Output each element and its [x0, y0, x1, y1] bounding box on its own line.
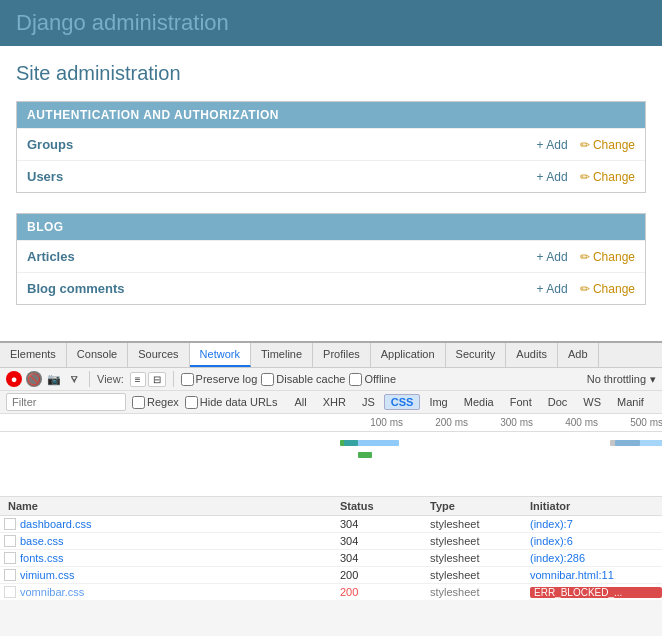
offline-label: Offline — [364, 373, 396, 385]
regex-input[interactable] — [132, 396, 145, 409]
admin-title: Django administration — [16, 10, 646, 36]
table-row[interactable]: fonts.css 304 stylesheet (index):286 — [0, 550, 662, 567]
ruler-200: 200 ms — [405, 417, 470, 428]
row-initiator-vimium: vomnibar.html:11 — [530, 569, 662, 581]
offline-checkbox[interactable]: Offline — [349, 373, 396, 386]
row-name-vomnibar: vomnibar.css — [0, 586, 340, 598]
groups-link[interactable]: Groups — [27, 137, 73, 152]
filter-media-btn[interactable]: Media — [457, 394, 501, 410]
blog-comments-link[interactable]: Blog comments — [27, 281, 125, 296]
regex-checkbox[interactable]: Regex — [132, 396, 179, 409]
filter-font-btn[interactable]: Font — [503, 394, 539, 410]
filter-css-btn[interactable]: CSS — [384, 394, 421, 410]
groups-actions: Add Change — [537, 138, 635, 152]
blog-comments-row: Blog comments Add Change — [17, 272, 645, 304]
users-add-link[interactable]: Add — [537, 170, 568, 184]
preserve-log-input[interactable] — [181, 373, 194, 386]
hide-data-checkbox[interactable]: Hide data URLs — [185, 396, 278, 409]
throttle-selector[interactable]: No throttling ▾ — [587, 373, 656, 386]
tab-console[interactable]: Console — [67, 343, 128, 367]
ruler-400: 400 ms — [535, 417, 600, 428]
camera-button[interactable]: 📷 — [46, 371, 62, 387]
tab-network[interactable]: Network — [190, 343, 251, 367]
tab-security[interactable]: Security — [446, 343, 507, 367]
disable-cache-input[interactable] — [261, 373, 274, 386]
table-header: Name Status Type Initiator — [0, 497, 662, 516]
row-status-vimium: 200 — [340, 569, 430, 581]
users-change-link[interactable]: Change — [580, 170, 635, 184]
articles-actions: Add Change — [537, 250, 635, 264]
stop-button[interactable]: 🚫 — [26, 371, 42, 387]
devtools-tabs: Elements Console Sources Network Timelin… — [0, 343, 662, 368]
view-split-btn[interactable]: ⊟ — [148, 372, 166, 387]
filter-js-btn[interactable]: JS — [355, 394, 382, 410]
groups-row: Groups Add Change — [17, 128, 645, 160]
blog-comments-add-link[interactable]: Add — [537, 282, 568, 296]
ruler-100: 100 ms — [340, 417, 405, 428]
file-icon-vimium — [4, 569, 16, 581]
table-row[interactable]: base.css 304 stylesheet (index):6 — [0, 533, 662, 550]
users-actions: Add Change — [537, 170, 635, 184]
filter-manif-btn[interactable]: Manif — [610, 394, 651, 410]
filter-img-btn[interactable]: Img — [422, 394, 454, 410]
waterfall-area — [0, 432, 662, 497]
tab-audits[interactable]: Audits — [506, 343, 558, 367]
blog-comments-change-link[interactable]: Change — [580, 282, 635, 296]
articles-add-link[interactable]: Add — [537, 250, 568, 264]
articles-change-link[interactable]: Change — [580, 250, 635, 264]
table-row[interactable]: vimium.css 200 stylesheet vomnibar.html:… — [0, 567, 662, 584]
blog-section-header: BLOG — [17, 214, 645, 240]
hide-data-input[interactable] — [185, 396, 198, 409]
preserve-log-label: Preserve log — [196, 373, 258, 385]
col-initiator: Initiator — [530, 500, 662, 512]
tab-timeline[interactable]: Timeline — [251, 343, 313, 367]
offline-input[interactable] — [349, 373, 362, 386]
view-list-btn[interactable]: ≡ — [130, 372, 146, 387]
row-initiator-dashboard: (index):7 — [530, 518, 662, 530]
filter-doc-btn[interactable]: Doc — [541, 394, 575, 410]
hide-data-label: Hide data URLs — [200, 396, 278, 408]
articles-link[interactable]: Articles — [27, 249, 75, 264]
groups-add-link[interactable]: Add — [537, 138, 568, 152]
tab-sources[interactable]: Sources — [128, 343, 189, 367]
record-button[interactable]: ● — [6, 371, 22, 387]
row-name-base: base.css — [0, 535, 340, 547]
view-label: View: — [97, 373, 124, 385]
row-type-dashboard: stylesheet — [430, 518, 530, 530]
row-type-base: stylesheet — [430, 535, 530, 547]
row-name-fonts: fonts.css — [0, 552, 340, 564]
filter-all-btn[interactable]: All — [287, 394, 313, 410]
waterfall-bars — [340, 432, 662, 496]
file-icon-fonts — [4, 552, 16, 564]
users-link[interactable]: Users — [27, 169, 63, 184]
table-row[interactable]: dashboard.css 304 stylesheet (index):7 — [0, 516, 662, 533]
col-name: Name — [0, 500, 340, 512]
file-icon-base — [4, 535, 16, 547]
toolbar-separator-2 — [173, 371, 174, 387]
tab-adb[interactable]: Adb — [558, 343, 599, 367]
tab-application[interactable]: Application — [371, 343, 446, 367]
row-status-fonts: 304 — [340, 552, 430, 564]
row-status-dashboard: 304 — [340, 518, 430, 530]
devtools-toolbar: ● 🚫 📷 ⛛ View: ≡ ⊟ Preserve log Disable c… — [0, 368, 662, 391]
row-type-vimium: stylesheet — [430, 569, 530, 581]
throttle-chevron-icon: ▾ — [650, 373, 656, 386]
filter-xhr-btn[interactable]: XHR — [316, 394, 353, 410]
tab-profiles[interactable]: Profiles — [313, 343, 371, 367]
tab-elements[interactable]: Elements — [0, 343, 67, 367]
view-selector: ≡ ⊟ — [130, 372, 166, 387]
row-initiator-fonts: (index):286 — [530, 552, 662, 564]
preserve-log-checkbox[interactable]: Preserve log — [181, 373, 258, 386]
groups-change-link[interactable]: Change — [580, 138, 635, 152]
filter-bar: Regex Hide data URLs All XHR JS CSS Img … — [0, 391, 662, 414]
devtools-panel: Elements Console Sources Network Timelin… — [0, 341, 662, 601]
blog-section: BLOG Articles Add Change Blog comments A… — [16, 213, 646, 305]
filter-input[interactable] — [6, 393, 126, 411]
network-table: Name Status Type Initiator dashboard.css… — [0, 497, 662, 601]
row-status-base: 304 — [340, 535, 430, 547]
admin-content: Site administration AUTHENTICATION AND A… — [0, 46, 662, 341]
filter-ws-btn[interactable]: WS — [576, 394, 608, 410]
filter-button[interactable]: ⛛ — [66, 371, 82, 387]
disable-cache-checkbox[interactable]: Disable cache — [261, 373, 345, 386]
table-row[interactable]: vomnibar.css 200 stylesheet ERR_BLOCKED_… — [0, 584, 662, 601]
